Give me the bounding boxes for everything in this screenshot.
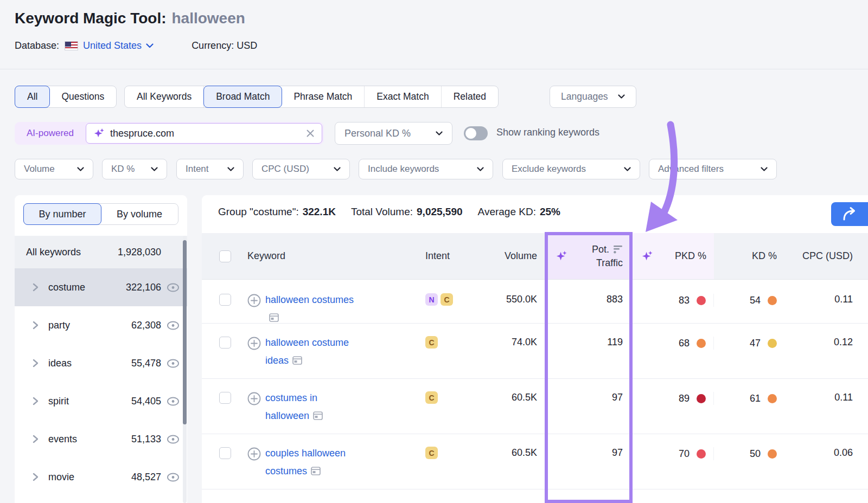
table-row: halloween costumes N C 550.0K 883 83 54 … <box>202 280 868 324</box>
row-checkbox[interactable] <box>219 447 231 459</box>
tab-questions[interactable]: Questions <box>49 86 116 107</box>
plus-circle-icon[interactable] <box>247 337 261 350</box>
list-item-events[interactable]: events 51,133 <box>15 420 187 458</box>
languages-dropdown[interactable]: Languages <box>550 86 636 108</box>
chevron-right-icon[interactable] <box>33 321 39 330</box>
exclude-keywords-filter[interactable]: Exclude keywords <box>502 159 640 179</box>
column-header-volume[interactable]: Volume <box>463 250 545 262</box>
column-header-keyword[interactable]: Keyword <box>241 250 404 262</box>
tab-all[interactable]: All <box>15 86 50 108</box>
plus-circle-icon[interactable] <box>247 294 261 307</box>
serp-features-icon[interactable] <box>292 356 302 365</box>
select-all-checkbox[interactable] <box>219 250 231 262</box>
pkd-label: PKD % <box>675 250 706 262</box>
tab-related[interactable]: Related <box>442 86 498 107</box>
kd-value: 54 <box>750 295 761 306</box>
group-count: 322,106 <box>126 282 161 293</box>
export-share-button[interactable] <box>831 202 868 226</box>
list-item-party[interactable]: party 62,308 <box>15 306 187 344</box>
list-item-costume[interactable]: costume 322,106 <box>15 268 187 306</box>
row-checkbox[interactable] <box>219 294 231 306</box>
column-header-intent[interactable]: Intent <box>404 250 463 262</box>
clear-icon[interactable] <box>306 129 315 138</box>
next-row-partial <box>202 489 868 503</box>
row-checkbox[interactable] <box>219 392 231 404</box>
intent-badge-commercial: C <box>425 336 438 349</box>
chevron-right-icon[interactable] <box>33 283 39 292</box>
include-keywords-filter[interactable]: Include keywords <box>359 159 493 179</box>
plus-circle-icon[interactable] <box>247 447 261 461</box>
group-summary-value: 322.1K <box>303 206 336 217</box>
cpc-filter[interactable]: CPC (USD) <box>252 159 350 179</box>
eye-icon[interactable] <box>167 283 180 292</box>
column-header-cpc[interactable]: CPC (USD) <box>784 250 860 262</box>
total-volume-value: 9,025,590 <box>417 206 463 217</box>
volume-filter[interactable]: Volume <box>15 159 93 179</box>
sparkles-icon <box>556 250 568 262</box>
plus-circle-icon[interactable] <box>247 392 261 405</box>
search-input[interactable] <box>110 128 306 139</box>
chevron-right-icon[interactable] <box>33 359 39 367</box>
group-label: movie <box>48 472 74 483</box>
keyword-link[interactable]: costumes in halloween <box>265 392 317 421</box>
group-label: spirit <box>48 396 69 407</box>
group-list: All keywords 1,928,030 costume 322,106 p… <box>15 236 187 496</box>
database-selector[interactable]: United States <box>83 40 154 51</box>
advanced-filters[interactable]: Advanced filters <box>649 159 777 179</box>
intent-filter[interactable]: Intent <box>176 159 244 179</box>
sparkles-icon <box>641 250 654 262</box>
eye-icon[interactable] <box>167 321 180 330</box>
pot-traffic-value: 97 <box>545 392 633 403</box>
chevron-right-icon[interactable] <box>33 397 39 405</box>
column-header-pot-traffic[interactable]: Pot. Traffic <box>545 233 633 279</box>
kd-difficulty-dot <box>768 449 777 459</box>
serp-features-icon[interactable] <box>269 313 279 322</box>
table-row: costumes in halloween C 60.5K 97 89 61 0… <box>202 379 868 434</box>
tab-by-number[interactable]: By number <box>23 203 101 225</box>
table-header-row: Keyword Intent Volume Pot. Traffic PKD %… <box>202 233 868 280</box>
keyword-link[interactable]: couples halloween costumes <box>265 448 346 476</box>
eye-icon[interactable] <box>167 473 180 482</box>
column-header-kd[interactable]: KD % <box>714 250 784 262</box>
tab-broad-match[interactable]: Broad Match <box>203 86 282 108</box>
column-header-pkd[interactable]: PKD % <box>633 233 714 279</box>
scrollbar-thumb[interactable] <box>183 240 187 424</box>
groups-sidebar: By number By volume All keywords 1,928,0… <box>15 195 187 503</box>
pot-traffic-value: 97 <box>545 447 633 459</box>
intent-badge-commercial: C <box>425 391 438 404</box>
ai-search-pill: AI-powered <box>15 122 324 145</box>
serp-features-icon[interactable] <box>313 411 323 420</box>
list-item-ideas[interactable]: ideas 55,478 <box>15 344 187 382</box>
chevron-right-icon[interactable] <box>33 435 39 443</box>
eye-icon[interactable] <box>167 397 180 406</box>
sidebar-scrollbar[interactable] <box>183 236 187 503</box>
page-title: Keyword Magic Tool:halloween <box>15 10 245 27</box>
kd-difficulty-dot <box>768 394 777 403</box>
row-checkbox[interactable] <box>219 337 231 349</box>
kd-filter[interactable]: KD % <box>102 159 167 179</box>
pkd-difficulty-dot <box>697 449 706 459</box>
languages-label: Languages <box>561 91 608 102</box>
tab-all-keywords[interactable]: All Keywords <box>125 86 204 107</box>
list-item-movie[interactable]: movie 48,527 <box>15 458 187 496</box>
chevron-right-icon[interactable] <box>33 473 39 481</box>
show-ranking-keywords-toggle[interactable] <box>464 126 488 140</box>
volume-value: 60.5K <box>463 392 545 403</box>
pot-traffic-label: Pot. <box>592 243 609 256</box>
kd-value: 47 <box>750 338 761 349</box>
list-item-spirit[interactable]: spirit 54,405 <box>15 382 187 420</box>
filter-label: KD % <box>111 164 135 175</box>
chevron-down-icon <box>618 94 625 99</box>
eye-icon[interactable] <box>167 435 180 444</box>
serp-features-icon[interactable] <box>311 467 321 475</box>
eye-icon[interactable] <box>167 359 180 368</box>
tab-phrase-match[interactable]: Phrase Match <box>282 86 365 107</box>
tab-exact-match[interactable]: Exact Match <box>365 86 441 107</box>
filter-label: Intent <box>186 164 209 175</box>
group-summary-label: Group "costume": <box>218 206 299 217</box>
keyword-link[interactable]: halloween costume ideas <box>265 337 349 366</box>
keyword-link[interactable]: halloween costumes <box>265 294 354 305</box>
personal-kd-dropdown[interactable]: Personal KD % <box>335 122 452 145</box>
list-item-all-keywords[interactable]: All keywords 1,928,030 <box>15 236 187 268</box>
tab-by-volume[interactable]: By volume <box>101 204 178 224</box>
